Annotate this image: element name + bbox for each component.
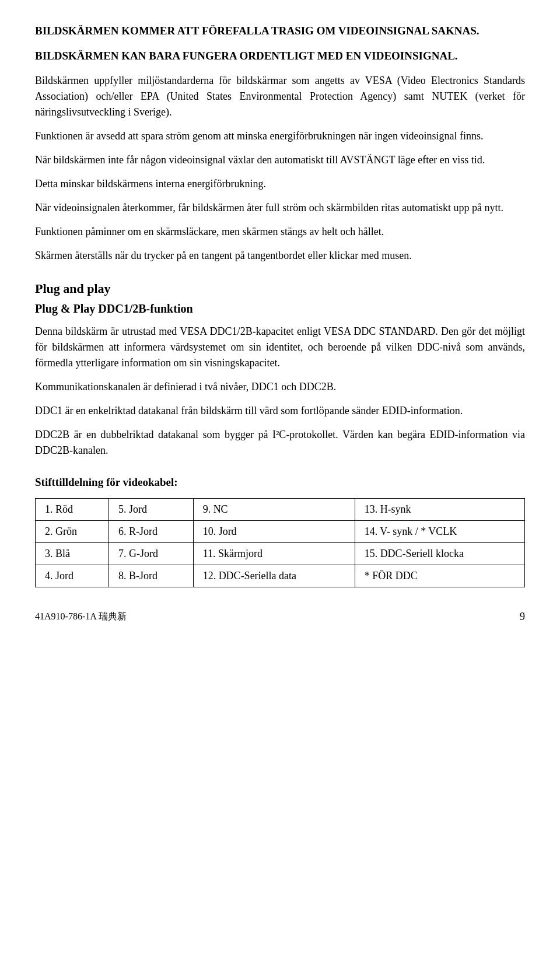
table-row: 2. Grön6. R-Jord10. Jord14. V- synk / * … bbox=[36, 521, 525, 543]
table-cell: 8. B-Jord bbox=[109, 565, 194, 587]
sub-heading-ddc: Plug & Play DDC1/2B-funktion bbox=[35, 302, 525, 316]
table-cell: 1. Röd bbox=[36, 499, 109, 521]
footer: 41A910-786-1A 瑞典新 9 bbox=[35, 611, 525, 623]
table-cell: 3. Blå bbox=[36, 543, 109, 565]
table-cell: 5. Jord bbox=[109, 499, 194, 521]
table-cell: 15. DDC-Seriell klocka bbox=[355, 543, 524, 565]
paragraph-4: Detta minskar bildskärmens interna energ… bbox=[35, 176, 525, 192]
table-cell: 14. V- synk / * VCLK bbox=[355, 521, 524, 543]
table-row: 4. Jord8. B-Jord12. DDC-Seriella data* F… bbox=[36, 565, 525, 587]
main-content: BILDSKÄRMEN KOMMER ATT FÖREFALLA TRASIG … bbox=[35, 23, 525, 623]
paragraph-5: När videoinsignalen återkommer, får bild… bbox=[35, 200, 525, 216]
table-heading: Stifttilldelning för videokabel: bbox=[35, 476, 525, 489]
table-row: 1. Röd5. Jord9. NC13. H-synk bbox=[36, 499, 525, 521]
table-cell: 2. Grön bbox=[36, 521, 109, 543]
paragraph-7: Skärmen återställs när du trycker på en … bbox=[35, 248, 525, 264]
table-cell: 4. Jord bbox=[36, 565, 109, 587]
table-cell: 10. Jord bbox=[193, 521, 355, 543]
paragraph-6: Funktionen påminner om en skärmsläckare,… bbox=[35, 224, 525, 240]
paragraph-3: När bildskärmen inte får någon videoinsi… bbox=[35, 152, 525, 168]
table-cell: 7. G-Jord bbox=[109, 543, 194, 565]
section-plug-and-play: Plug and play bbox=[35, 281, 525, 296]
table-cell: 12. DDC-Seriella data bbox=[193, 565, 355, 587]
paragraph-ddc4: DDC1 är en enkelriktad datakanal från bi… bbox=[35, 403, 525, 419]
paragraph-1: Bildskärmen uppfyller miljöstandarderna … bbox=[35, 73, 525, 120]
video-cable-table: 1. Röd5. Jord9. NC13. H-synk2. Grön6. R-… bbox=[35, 498, 525, 587]
table-row: 3. Blå7. G-Jord11. Skärmjord15. DDC-Seri… bbox=[36, 543, 525, 565]
paragraph-2: Funktionen är avsedd att spara ström gen… bbox=[35, 128, 525, 144]
footer-code: 41A910-786-1A 瑞典新 bbox=[35, 611, 127, 623]
footer-page: 9 bbox=[520, 611, 525, 623]
table-cell: 6. R-Jord bbox=[109, 521, 194, 543]
table-cell: * FÖR DDC bbox=[355, 565, 524, 587]
table-cell: 11. Skärmjord bbox=[193, 543, 355, 565]
table-cell: 13. H-synk bbox=[355, 499, 524, 521]
paragraph-ddc1: Denna bildskärm är utrustad med VESA DDC… bbox=[35, 324, 525, 371]
heading-1: BILDSKÄRMEN KOMMER ATT FÖREFALLA TRASIG … bbox=[35, 23, 525, 39]
table-cell: 9. NC bbox=[193, 499, 355, 521]
paragraph-ddc5: DDC2B är en dubbelriktad datakanal som b… bbox=[35, 427, 525, 458]
heading-2: BILDSKÄRMEN KAN BARA FUNGERA ORDENTLIGT … bbox=[35, 48, 525, 64]
paragraph-ddc3: Kommunikationskanalen är definierad i tv… bbox=[35, 379, 525, 395]
